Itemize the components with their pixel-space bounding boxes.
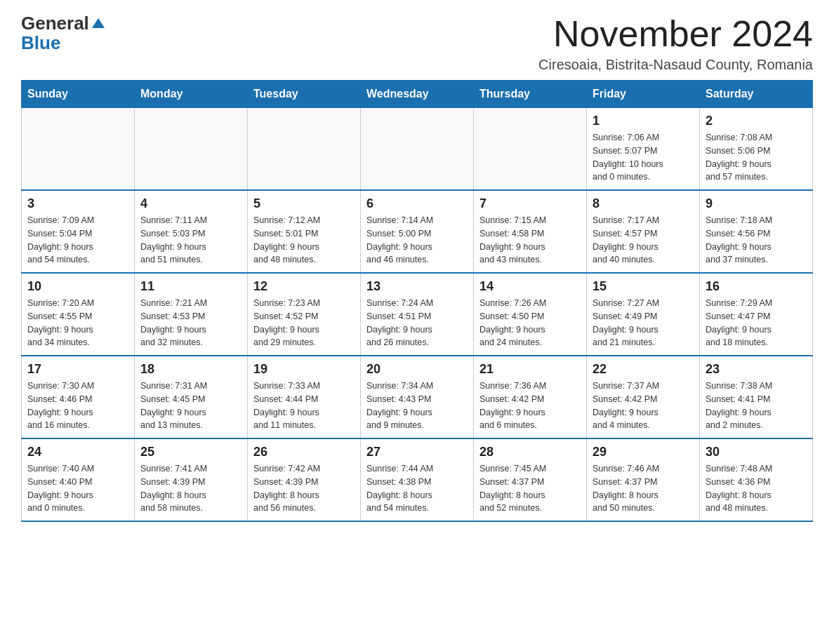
day-number: 10 (27, 279, 128, 294)
logo-blue-text: Blue (21, 32, 60, 53)
day-number: 8 (593, 196, 694, 211)
day-info: Sunrise: 7:30 AM Sunset: 4:46 PM Dayligh… (27, 380, 128, 432)
calendar-cell: 26Sunrise: 7:42 AM Sunset: 4:39 PM Dayli… (248, 438, 361, 521)
day-info: Sunrise: 7:21 AM Sunset: 4:53 PM Dayligh… (140, 297, 241, 349)
day-info: Sunrise: 7:29 AM Sunset: 4:47 PM Dayligh… (706, 297, 807, 349)
day-number: 11 (140, 279, 241, 294)
calendar-cell (474, 108, 587, 191)
logo-general-text: General (21, 14, 89, 32)
day-info: Sunrise: 7:48 AM Sunset: 4:36 PM Dayligh… (706, 462, 807, 515)
calendar-cell: 27Sunrise: 7:44 AM Sunset: 4:38 PM Dayli… (361, 438, 474, 521)
day-number: 3 (27, 196, 128, 211)
calendar-cell: 21Sunrise: 7:36 AM Sunset: 4:42 PM Dayli… (474, 356, 587, 438)
day-info: Sunrise: 7:46 AM Sunset: 4:37 PM Dayligh… (593, 462, 694, 515)
day-number: 15 (593, 279, 694, 294)
day-number: 18 (140, 362, 241, 377)
calendar-cell: 16Sunrise: 7:29 AM Sunset: 4:47 PM Dayli… (700, 273, 813, 356)
logo-triangle-icon (92, 18, 105, 28)
calendar-cell: 5Sunrise: 7:12 AM Sunset: 5:01 PM Daylig… (248, 190, 361, 273)
calendar-week-row: 1Sunrise: 7:06 AM Sunset: 5:07 PM Daylig… (22, 108, 813, 191)
day-info: Sunrise: 7:37 AM Sunset: 4:42 PM Dayligh… (593, 380, 694, 432)
day-info: Sunrise: 7:06 AM Sunset: 5:07 PM Dayligh… (593, 131, 694, 184)
calendar-cell: 19Sunrise: 7:33 AM Sunset: 4:44 PM Dayli… (248, 356, 361, 438)
calendar-header-tuesday: Tuesday (248, 81, 361, 108)
calendar-cell: 23Sunrise: 7:38 AM Sunset: 4:41 PM Dayli… (700, 356, 813, 438)
month-title: November 2024 (538, 14, 813, 54)
calendar-cell: 1Sunrise: 7:06 AM Sunset: 5:07 PM Daylig… (587, 108, 700, 191)
day-info: Sunrise: 7:44 AM Sunset: 4:38 PM Dayligh… (366, 462, 468, 515)
calendar-week-row: 10Sunrise: 7:20 AM Sunset: 4:55 PM Dayli… (22, 273, 813, 356)
day-number: 23 (706, 362, 807, 377)
day-number: 26 (253, 445, 355, 459)
day-number: 7 (479, 196, 581, 211)
day-info: Sunrise: 7:36 AM Sunset: 4:42 PM Dayligh… (479, 380, 581, 432)
calendar-cell: 10Sunrise: 7:20 AM Sunset: 4:55 PM Dayli… (22, 273, 135, 356)
day-number: 1 (593, 114, 694, 128)
day-number: 6 (366, 196, 468, 211)
calendar-cell (248, 108, 361, 191)
day-info: Sunrise: 7:33 AM Sunset: 4:44 PM Dayligh… (253, 380, 355, 432)
day-info: Sunrise: 7:12 AM Sunset: 5:01 PM Dayligh… (253, 214, 355, 267)
day-info: Sunrise: 7:34 AM Sunset: 4:43 PM Dayligh… (366, 380, 468, 432)
day-number: 19 (253, 362, 355, 377)
day-info: Sunrise: 7:27 AM Sunset: 4:49 PM Dayligh… (593, 297, 694, 349)
calendar-cell: 22Sunrise: 7:37 AM Sunset: 4:42 PM Dayli… (587, 356, 700, 438)
calendar-cell: 2Sunrise: 7:08 AM Sunset: 5:06 PM Daylig… (700, 108, 813, 191)
day-number: 24 (27, 445, 128, 459)
calendar-cell: 25Sunrise: 7:41 AM Sunset: 4:39 PM Dayli… (135, 438, 248, 521)
day-info: Sunrise: 7:42 AM Sunset: 4:39 PM Dayligh… (253, 462, 355, 515)
day-number: 13 (366, 279, 468, 294)
calendar-cell: 30Sunrise: 7:48 AM Sunset: 4:36 PM Dayli… (700, 438, 813, 521)
calendar-week-row: 24Sunrise: 7:40 AM Sunset: 4:40 PM Dayli… (22, 438, 813, 521)
day-info: Sunrise: 7:18 AM Sunset: 4:56 PM Dayligh… (706, 214, 807, 267)
calendar-week-row: 17Sunrise: 7:30 AM Sunset: 4:46 PM Dayli… (22, 356, 813, 438)
day-number: 12 (253, 279, 355, 294)
day-info: Sunrise: 7:41 AM Sunset: 4:39 PM Dayligh… (140, 462, 241, 515)
calendar-cell: 24Sunrise: 7:40 AM Sunset: 4:40 PM Dayli… (22, 438, 135, 521)
calendar-cell: 4Sunrise: 7:11 AM Sunset: 5:03 PM Daylig… (135, 190, 248, 273)
calendar-cell: 3Sunrise: 7:09 AM Sunset: 5:04 PM Daylig… (22, 190, 135, 273)
calendar-header-thursday: Thursday (474, 81, 587, 108)
calendar-cell: 7Sunrise: 7:15 AM Sunset: 4:58 PM Daylig… (474, 190, 587, 273)
day-number: 27 (366, 445, 468, 459)
day-number: 5 (253, 196, 355, 211)
day-info: Sunrise: 7:38 AM Sunset: 4:41 PM Dayligh… (706, 380, 807, 432)
calendar-header-saturday: Saturday (700, 81, 813, 108)
calendar-header-sunday: Sunday (22, 81, 135, 108)
day-info: Sunrise: 7:26 AM Sunset: 4:50 PM Dayligh… (479, 297, 581, 349)
calendar-cell: 9Sunrise: 7:18 AM Sunset: 4:56 PM Daylig… (700, 190, 813, 273)
day-number: 22 (593, 362, 694, 377)
day-number: 29 (593, 445, 694, 459)
calendar-header-wednesday: Wednesday (361, 81, 474, 108)
day-info: Sunrise: 7:14 AM Sunset: 5:00 PM Dayligh… (366, 214, 468, 267)
calendar-cell (135, 108, 248, 191)
calendar-cell: 14Sunrise: 7:26 AM Sunset: 4:50 PM Dayli… (474, 273, 587, 356)
title-section: November 2024 Ciresoaia, Bistrita-Nasaud… (538, 14, 813, 73)
calendar-cell: 17Sunrise: 7:30 AM Sunset: 4:46 PM Dayli… (22, 356, 135, 438)
day-number: 21 (479, 362, 581, 377)
day-info: Sunrise: 7:31 AM Sunset: 4:45 PM Dayligh… (140, 380, 241, 432)
calendar-cell: 12Sunrise: 7:23 AM Sunset: 4:52 PM Dayli… (248, 273, 361, 356)
day-number: 20 (366, 362, 468, 377)
calendar-cell: 28Sunrise: 7:45 AM Sunset: 4:37 PM Dayli… (474, 438, 587, 521)
day-number: 16 (706, 279, 807, 294)
calendar-cell (22, 108, 135, 191)
calendar-cell: 18Sunrise: 7:31 AM Sunset: 4:45 PM Dayli… (135, 356, 248, 438)
day-number: 9 (706, 196, 807, 211)
day-info: Sunrise: 7:15 AM Sunset: 4:58 PM Dayligh… (479, 214, 581, 267)
calendar-header-monday: Monday (135, 81, 248, 108)
page-header: General Blue November 2024 Ciresoaia, Bi… (21, 14, 813, 73)
calendar-cell: 8Sunrise: 7:17 AM Sunset: 4:57 PM Daylig… (587, 190, 700, 273)
calendar-header-friday: Friday (587, 81, 700, 108)
location-subtitle: Ciresoaia, Bistrita-Nasaud County, Roman… (538, 57, 813, 73)
calendar-table: SundayMondayTuesdayWednesdayThursdayFrid… (21, 80, 813, 522)
day-info: Sunrise: 7:08 AM Sunset: 5:06 PM Dayligh… (706, 131, 807, 184)
day-info: Sunrise: 7:17 AM Sunset: 4:57 PM Dayligh… (593, 214, 694, 267)
calendar-cell: 6Sunrise: 7:14 AM Sunset: 5:00 PM Daylig… (361, 190, 474, 273)
day-info: Sunrise: 7:09 AM Sunset: 5:04 PM Dayligh… (27, 214, 128, 267)
day-info: Sunrise: 7:11 AM Sunset: 5:03 PM Dayligh… (140, 214, 241, 267)
day-info: Sunrise: 7:45 AM Sunset: 4:37 PM Dayligh… (479, 462, 581, 515)
calendar-header-row: SundayMondayTuesdayWednesdayThursdayFrid… (22, 81, 813, 108)
logo: General Blue (21, 14, 105, 54)
day-info: Sunrise: 7:40 AM Sunset: 4:40 PM Dayligh… (27, 462, 128, 515)
